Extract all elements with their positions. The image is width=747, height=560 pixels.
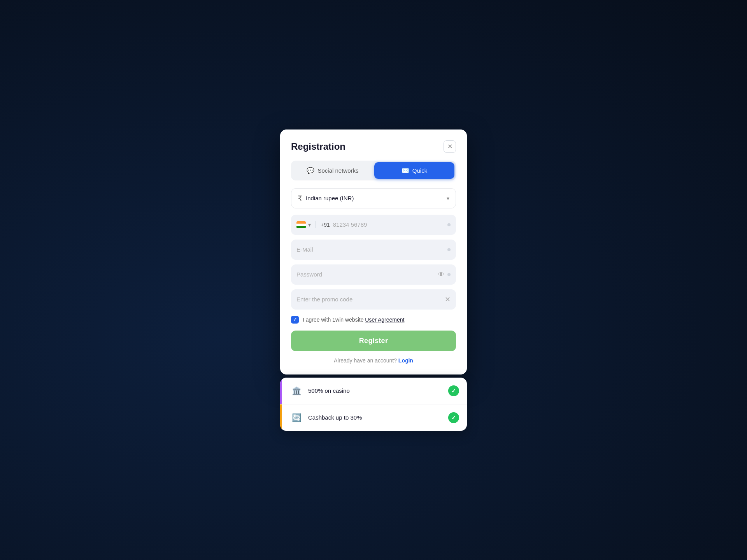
phone-field: ▾ +91 xyxy=(291,215,456,235)
india-flag xyxy=(296,221,306,228)
login-row: Already have an account? Login xyxy=(291,357,456,364)
registration-modal: Registration ✕ 💬 Social networks ✉️ Quic… xyxy=(280,130,467,374)
casino-accent-bar xyxy=(280,378,282,404)
casino-bonus-label: 500% on casino xyxy=(308,387,350,394)
login-link[interactable]: Login xyxy=(398,357,413,364)
password-input[interactable] xyxy=(296,271,438,278)
email-required-indicator xyxy=(447,248,451,251)
country-code-selector[interactable]: ▾ xyxy=(296,221,316,228)
tab-social-networks[interactable]: 💬 Social networks xyxy=(293,162,373,179)
currency-symbol: ₹ xyxy=(298,194,302,203)
social-icon: 💬 xyxy=(307,167,314,174)
modal-container: Registration ✕ 💬 Social networks ✉️ Quic… xyxy=(280,130,467,431)
promo-code-input[interactable] xyxy=(296,296,445,303)
email-field-wrapper xyxy=(291,240,456,260)
cashback-icon-wrap: 🔄 xyxy=(289,411,303,425)
casino-icon-wrap: 🏛️ xyxy=(289,384,303,398)
tab-social-label: Social networks xyxy=(317,167,358,174)
checkmark-icon: ✓ xyxy=(293,317,297,322)
cashback-check-icon: ✓ xyxy=(448,412,459,423)
phone-input[interactable] xyxy=(330,221,447,228)
casino-icon: 🏛️ xyxy=(292,386,302,396)
quick-icon: ✉️ xyxy=(402,167,409,174)
agreement-text: I agree with 1win website User Agreement xyxy=(303,317,404,323)
agreement-checkbox[interactable]: ✓ xyxy=(291,316,299,324)
close-button[interactable]: ✕ xyxy=(444,140,456,153)
password-required-indicator xyxy=(447,273,451,276)
flag-bot xyxy=(296,226,306,228)
register-button[interactable]: Register xyxy=(291,331,456,351)
promo-clear-icon[interactable]: ✕ xyxy=(445,295,451,304)
bonus-casino-left: 🏛️ 500% on casino xyxy=(289,384,350,398)
email-input[interactable] xyxy=(296,246,447,253)
register-label: Register xyxy=(359,337,388,345)
promo-code-field-wrapper: ✕ xyxy=(291,289,456,310)
close-icon: ✕ xyxy=(447,143,452,150)
tab-quick-label: Quick xyxy=(412,167,427,174)
currency-selector[interactable]: ₹ Indian rupee (INR) ▾ xyxy=(291,188,456,208)
bonus-cashback-row: 🔄 Cashback up to 30% ✓ xyxy=(280,404,467,431)
tab-group: 💬 Social networks ✉️ Quick xyxy=(291,161,456,180)
bonus-cards: 🏛️ 500% on casino ✓ 🔄 Cashback up to 30%… xyxy=(280,378,467,431)
currency-left: ₹ Indian rupee (INR) xyxy=(298,194,354,203)
modal-title: Registration xyxy=(291,141,345,152)
agreement-static-text: I agree with 1win website xyxy=(303,317,365,323)
phone-country-code: +91 xyxy=(321,222,330,228)
cashback-icon: 🔄 xyxy=(292,413,302,422)
login-prompt-text: Already have an account? xyxy=(334,357,397,364)
agreement-row: ✓ I agree with 1win website User Agreeme… xyxy=(291,316,456,324)
user-agreement-link[interactable]: User Agreement xyxy=(365,317,404,323)
phone-required-indicator xyxy=(447,223,451,226)
password-field-wrapper: 👁 xyxy=(291,264,456,285)
chevron-down-icon: ▾ xyxy=(447,195,449,201)
tab-quick[interactable]: ✉️ Quick xyxy=(374,162,454,179)
currency-label: Indian rupee (INR) xyxy=(306,195,354,201)
bonus-cashback-left: 🔄 Cashback up to 30% xyxy=(289,411,362,425)
modal-header: Registration ✕ xyxy=(291,140,456,153)
casino-check-icon: ✓ xyxy=(448,385,459,396)
cashback-bonus-label: Cashback up to 30% xyxy=(308,414,362,421)
show-password-icon[interactable]: 👁 xyxy=(438,271,444,278)
bonus-casino-row: 🏛️ 500% on casino ✓ xyxy=(280,378,467,404)
cashback-accent-bar xyxy=(280,404,282,431)
flag-chevron-icon: ▾ xyxy=(308,222,311,228)
